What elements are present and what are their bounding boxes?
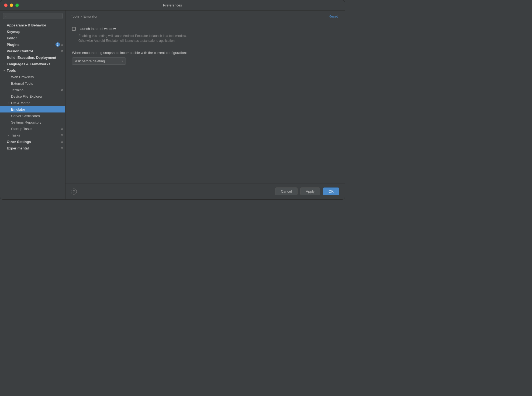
search-box[interactable]: ⌕ xyxy=(3,13,63,19)
plugins-badge: 1 xyxy=(56,42,60,47)
sidebar-item-label: Tasks xyxy=(11,133,60,137)
chevron-icon xyxy=(7,134,10,137)
sidebar-item-label: Device File Explorer xyxy=(11,94,63,98)
window-title: Preferences xyxy=(163,3,182,7)
breadcrumb-separator: › xyxy=(81,14,82,18)
sidebar-item-build-execution-deployment[interactable]: Build, Execution, Deployment xyxy=(0,54,65,61)
sidebar-item-other-settings[interactable]: Other Settings ⧉ xyxy=(0,138,65,145)
sidebar-item-editor[interactable]: Editor xyxy=(0,35,65,41)
sidebar-item-label: Server Certificates xyxy=(11,114,63,118)
sidebar: ⌕ Appearance & Behavior Keymap Editor xyxy=(0,11,65,199)
copy-icon: ⧉ xyxy=(61,88,63,92)
sidebar-item-label: Web Browsers xyxy=(11,75,63,79)
main-content: Tools › Emulator Reset Launch in a tool … xyxy=(65,11,345,199)
sidebar-item-version-control[interactable]: Version Control ⧉ xyxy=(0,48,65,54)
copy-icon: ⧉ xyxy=(61,140,63,144)
sidebar-item-label: Experimental xyxy=(7,146,60,150)
reset-button[interactable]: Reset xyxy=(327,14,339,19)
sidebar-item-tools[interactable]: Tools xyxy=(0,67,65,74)
apply-button[interactable]: Apply xyxy=(300,187,320,195)
minimize-button[interactable] xyxy=(10,4,13,7)
sidebar-item-external-tools[interactable]: External Tools xyxy=(0,80,65,87)
chevron-icon xyxy=(2,62,6,66)
sidebar-item-tasks[interactable]: Tasks ⧉ xyxy=(0,132,65,138)
chevron-icon xyxy=(2,23,6,27)
sidebar-item-label: Keymap xyxy=(7,30,63,34)
snapshot-section: When encountering snapshots incompatible… xyxy=(72,51,338,65)
sidebar-item-label: Languages & Frameworks xyxy=(7,62,63,66)
sidebar-item-label: Version Control xyxy=(7,49,60,53)
sidebar-item-appearance-behavior[interactable]: Appearance & Behavior xyxy=(0,22,65,28)
cancel-button[interactable]: Cancel xyxy=(275,187,297,195)
breadcrumb-parent: Tools xyxy=(71,14,79,18)
sidebar-item-emulator[interactable]: Emulator xyxy=(0,106,65,112)
copy-icon: ⧉ xyxy=(61,127,63,131)
chevron-icon xyxy=(2,69,6,72)
title-bar: Preferences xyxy=(0,0,345,11)
sidebar-item-label: Diff & Merge xyxy=(11,101,63,105)
snapshot-label: When encountering snapshots incompatible… xyxy=(72,51,338,55)
launch-setting-description: Enabling this setting will cause Android… xyxy=(78,33,197,43)
preferences-window: Preferences ⌕ Appearance & Behavior Keym… xyxy=(0,0,345,200)
close-button[interactable] xyxy=(4,4,8,7)
chevron-icon xyxy=(2,36,6,40)
bottom-bar: ? Cancel Apply OK xyxy=(65,183,345,199)
dropdown-value: Ask before deleting xyxy=(75,59,105,63)
snapshot-dropdown[interactable]: Ask before deleting ▾ xyxy=(72,57,126,65)
breadcrumb: Tools › Emulator xyxy=(71,14,98,18)
sidebar-item-label: Emulator xyxy=(11,107,63,111)
copy-icon: ⧉ xyxy=(61,146,63,150)
sidebar-item-label: Plugins xyxy=(7,43,54,47)
chevron-icon xyxy=(2,140,6,143)
traffic-lights xyxy=(4,4,19,7)
chevron-icon xyxy=(7,101,10,104)
sidebar-item-label: Tools xyxy=(7,69,63,73)
sidebar-item-device-file-explorer[interactable]: Device File Explorer xyxy=(0,93,65,100)
sidebar-item-diff-merge[interactable]: Diff & Merge xyxy=(0,100,65,106)
sidebar-item-label: Settings Repository xyxy=(11,120,63,124)
sidebar-tree: Appearance & Behavior Keymap Editor Plug… xyxy=(0,21,65,199)
copy-icon: ⧉ xyxy=(61,43,63,46)
sidebar-item-label: Other Settings xyxy=(7,140,60,144)
ok-button[interactable]: OK xyxy=(323,187,339,195)
content-area: ⌕ Appearance & Behavior Keymap Editor xyxy=(0,11,345,199)
maximize-button[interactable] xyxy=(15,4,19,7)
help-button[interactable]: ? xyxy=(71,189,77,194)
sidebar-item-label: Editor xyxy=(7,36,63,40)
search-input[interactable] xyxy=(9,14,60,18)
sidebar-item-server-certificates[interactable]: Server Certificates xyxy=(0,112,65,119)
launch-setting-content: Launch in a tool window xyxy=(78,27,116,31)
sidebar-item-settings-repository[interactable]: Settings Repository xyxy=(0,119,65,125)
copy-icon: ⧉ xyxy=(61,49,63,53)
bottom-buttons: Cancel Apply OK xyxy=(275,187,339,195)
sidebar-item-label: External Tools xyxy=(11,81,63,86)
sidebar-item-label: Terminal xyxy=(11,88,60,92)
dropdown-arrow-icon: ▾ xyxy=(122,60,123,63)
sidebar-item-experimental[interactable]: Experimental ⧉ xyxy=(0,145,65,151)
copy-icon: ⧉ xyxy=(61,134,63,137)
sidebar-item-label: Startup Tasks xyxy=(11,127,60,131)
settings-panel: Launch in a tool window Enabling this se… xyxy=(65,21,345,183)
sidebar-item-label: Build, Execution, Deployment xyxy=(7,56,63,60)
search-icon: ⌕ xyxy=(5,14,7,18)
launch-setting-title: Launch in a tool window xyxy=(78,27,116,31)
sidebar-item-keymap[interactable]: Keymap xyxy=(0,28,65,35)
sidebar-item-web-browsers[interactable]: Web Browsers xyxy=(0,74,65,80)
chevron-icon xyxy=(2,49,6,53)
sidebar-item-languages-frameworks[interactable]: Languages & Frameworks xyxy=(0,61,65,67)
chevron-icon xyxy=(2,56,6,59)
sidebar-item-plugins[interactable]: Plugins 1 ⧉ xyxy=(0,41,65,48)
launch-setting-row: Launch in a tool window xyxy=(72,27,338,31)
sidebar-item-label: Appearance & Behavior xyxy=(7,23,63,27)
breadcrumb-current: Emulator xyxy=(84,14,98,18)
sidebar-item-terminal[interactable]: Terminal ⧉ xyxy=(0,87,65,93)
launch-checkbox[interactable] xyxy=(72,27,76,31)
sidebar-item-startup-tasks[interactable]: Startup Tasks ⧉ xyxy=(0,125,65,132)
breadcrumb-bar: Tools › Emulator Reset xyxy=(65,11,345,21)
